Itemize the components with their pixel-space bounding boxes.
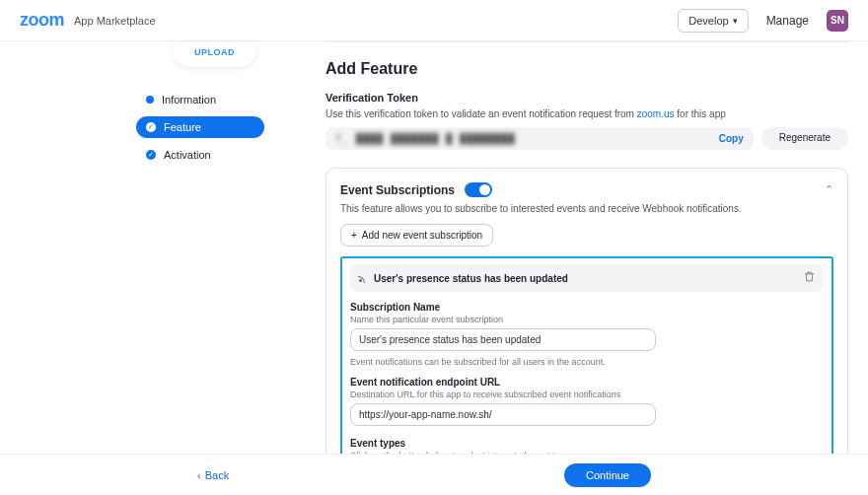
sidebar-item-information[interactable]: Information <box>136 89 264 110</box>
panel-title: Event Subscriptions <box>340 182 492 197</box>
sidebar: UPLOAD Information ✓ Feature ✓ Activatio… <box>0 41 276 454</box>
continue-button[interactable]: Continue <box>564 463 651 487</box>
add-subscription-button[interactable]: + Add new event subscription <box>340 224 493 247</box>
panel-header: Event Subscriptions ⌃ <box>340 182 833 197</box>
sidebar-item-feature[interactable]: ✓ Feature <box>136 116 264 138</box>
add-subscription-label: Add new event subscription <box>362 230 482 241</box>
zoom-us-link[interactable]: zoom.us <box>637 108 675 119</box>
main-area: UPLOAD Information ✓ Feature ✓ Activatio… <box>0 41 868 454</box>
sidebar-item-activation[interactable]: ✓ Activation <box>136 144 264 166</box>
page-title: Add Feature <box>326 60 848 78</box>
token-box: f_ ████ ███████ █ ████████ Copy <box>326 127 754 150</box>
trash-icon <box>803 270 816 283</box>
subscription-card-header: User's presence status has been updated <box>350 264 824 292</box>
content-area: Add Feature Verification Token Use this … <box>276 41 868 454</box>
app-header: zoom App Marketplace Develop ▾ Manage SN <box>0 0 868 41</box>
header-right: Develop ▾ Manage SN <box>678 9 848 33</box>
endpoint-url-label: Event notification endpoint URL <box>350 377 824 388</box>
subscription-name-hint: Name this particular event subscription <box>350 315 824 324</box>
sidebar-item-label: Feature <box>164 121 201 133</box>
subscription-name-input[interactable] <box>350 328 656 351</box>
step-dot-icon <box>146 96 154 104</box>
subscription-name-label: Subscription Name <box>350 302 824 313</box>
verification-token-heading: Verification Token <box>326 92 848 104</box>
plus-icon: + <box>351 230 357 241</box>
collapse-icon[interactable]: ⌃ <box>825 183 833 196</box>
sidebar-item-label: Activation <box>164 149 211 161</box>
back-button[interactable]: ‹ Back <box>197 469 229 481</box>
step-check-icon: ✓ <box>146 150 156 160</box>
panel-desc: This feature allows you to subscribe to … <box>340 203 833 214</box>
avatar[interactable]: SN <box>827 10 848 32</box>
token-value-masked: f_ ████ ███████ █ ████████ <box>335 133 516 144</box>
regenerate-button[interactable]: Regenerate <box>761 127 848 150</box>
event-types-label: Event types <box>350 438 824 449</box>
subscription-card-title: User's presence status has been updated <box>374 273 568 284</box>
develop-label: Develop <box>688 15 728 27</box>
verification-token-desc: Use this verification token to validate … <box>326 108 848 119</box>
endpoint-url-input[interactable] <box>350 403 656 426</box>
delete-subscription-button[interactable] <box>803 270 816 286</box>
endpoint-url-hint: Destination URL for this app to receive … <box>350 389 824 399</box>
token-row: f_ ████ ███████ █ ████████ Copy Regenera… <box>326 127 848 150</box>
header-left: zoom App Marketplace <box>20 10 156 31</box>
manage-link[interactable]: Manage <box>766 14 809 28</box>
event-subscriptions-panel: Event Subscriptions ⌃ This feature allow… <box>326 168 848 454</box>
feed-icon <box>358 273 368 283</box>
step-check-icon: ✓ <box>146 122 156 132</box>
upload-pill[interactable]: UPLOAD <box>173 41 256 67</box>
zoom-logo[interactable]: zoom <box>20 10 64 31</box>
sidebar-items: Information ✓ Feature ✓ Activation <box>136 89 264 166</box>
subscription-card: User's presence status has been updated … <box>340 256 833 454</box>
app-marketplace-label: App Marketplace <box>74 15 156 27</box>
copy-button[interactable]: Copy <box>719 133 744 144</box>
subscriptions-toggle[interactable] <box>465 182 492 197</box>
back-label: Back <box>205 469 229 481</box>
wizard-footer: ‹ Back Continue <box>0 454 868 495</box>
subscription-name-note: Event notifications can be subscribed fo… <box>350 357 824 367</box>
chevron-down-icon: ▾ <box>733 16 738 26</box>
develop-dropdown[interactable]: Develop ▾ <box>678 9 748 33</box>
chevron-left-icon: ‹ <box>197 469 201 481</box>
event-types-hint: Click on the button below to select inte… <box>350 451 824 454</box>
sidebar-item-label: Information <box>162 94 216 106</box>
